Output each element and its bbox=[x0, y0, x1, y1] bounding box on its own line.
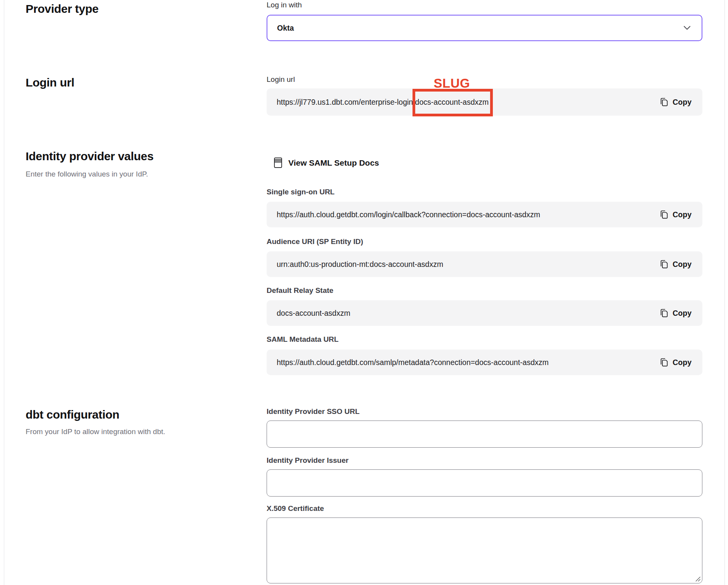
copy-icon bbox=[660, 308, 668, 318]
default-relay-state-field: docs-account-asdxzm Copy bbox=[267, 300, 702, 326]
login-url-heading: Login url bbox=[26, 76, 75, 89]
login-url-copy-button[interactable]: Copy bbox=[659, 95, 692, 109]
default-relay-state-value: docs-account-asdxzm bbox=[277, 309, 659, 318]
provider-type-heading: Provider type bbox=[26, 2, 99, 16]
copy-icon bbox=[660, 260, 668, 269]
sso-settings-panel: Provider type Log in with Okta Login url… bbox=[0, 0, 728, 585]
view-saml-setup-docs-label: View SAML Setup Docs bbox=[288, 158, 379, 168]
x509-certificate-textarea[interactable] bbox=[267, 518, 702, 583]
login-url-prefix: https://jl779.us1.dbt.com/enterprise-log… bbox=[277, 98, 415, 106]
x509-certificate-label: X.509 Certificate bbox=[267, 504, 324, 513]
copy-button-label: Copy bbox=[673, 98, 692, 107]
idp-issuer-input[interactable] bbox=[267, 469, 702, 497]
resize-handle-icon[interactable] bbox=[695, 576, 701, 582]
idp-sso-url-input[interactable] bbox=[267, 421, 702, 448]
book-icon bbox=[274, 158, 282, 168]
chevron-down-icon bbox=[683, 26, 691, 30]
copy-icon bbox=[660, 210, 668, 219]
default-relay-state-label: Default Relay State bbox=[267, 286, 333, 295]
dbt-configuration-heading: dbt configuration bbox=[26, 408, 120, 421]
copy-button-label: Copy bbox=[673, 210, 692, 219]
idp-issuer-label: Identity Provider Issuer bbox=[267, 456, 348, 465]
view-saml-setup-docs-link[interactable]: View SAML Setup Docs bbox=[274, 158, 379, 168]
audience-uri-value: urn:auth0:us-production-mt:docs-account-… bbox=[277, 260, 659, 269]
panel-right-border bbox=[725, 0, 725, 585]
identity-provider-values-subtitle: Enter the following values in your IdP. bbox=[26, 170, 148, 178]
default-relay-state-copy-button[interactable]: Copy bbox=[659, 306, 692, 320]
idp-sso-url-label: Identity Provider SSO URL bbox=[267, 407, 360, 416]
saml-metadata-url-value: https://auth.cloud.getdbt.com/samlp/meta… bbox=[277, 358, 659, 367]
login-url-slug: docs-account-asdxzm bbox=[415, 98, 489, 106]
saml-metadata-url-field: https://auth.cloud.getdbt.com/samlp/meta… bbox=[267, 350, 702, 375]
login-url-field-label: Login url bbox=[267, 75, 295, 84]
panel-left-border bbox=[4, 0, 4, 585]
identity-provider-values-heading: Identity provider values bbox=[26, 150, 154, 163]
sso-url-value: https://auth.cloud.getdbt.com/login/call… bbox=[277, 210, 659, 219]
copy-icon bbox=[660, 358, 668, 367]
audience-uri-field: urn:auth0:us-production-mt:docs-account-… bbox=[267, 251, 702, 277]
sso-url-field: https://auth.cloud.getdbt.com/login/call… bbox=[267, 202, 702, 227]
login-url-slug-wrap: docs-account-asdxzm SLUG bbox=[415, 98, 489, 107]
slug-annotation-label: SLUG bbox=[434, 76, 470, 91]
copy-button-label: Copy bbox=[673, 358, 692, 367]
login-with-label: Log in with bbox=[267, 1, 302, 9]
copy-button-label: Copy bbox=[673, 260, 692, 269]
audience-uri-label: Audience URI (SP Entity ID) bbox=[267, 237, 363, 246]
login-url-field: https://jl779.us1.dbt.com/enterprise-log… bbox=[267, 88, 702, 116]
login-url-value: https://jl779.us1.dbt.com/enterprise-log… bbox=[277, 98, 659, 107]
copy-button-label: Copy bbox=[673, 309, 692, 318]
x509-certificate-wrap bbox=[267, 518, 702, 583]
saml-metadata-url-copy-button[interactable]: Copy bbox=[659, 355, 692, 369]
audience-uri-copy-button[interactable]: Copy bbox=[659, 257, 692, 271]
sso-url-label: Single sign-on URL bbox=[267, 188, 335, 196]
provider-select-value: Okta bbox=[277, 24, 294, 33]
sso-url-copy-button[interactable]: Copy bbox=[659, 208, 692, 222]
provider-select[interactable]: Okta bbox=[267, 15, 702, 41]
copy-icon bbox=[660, 97, 668, 107]
saml-metadata-url-label: SAML Metadata URL bbox=[267, 335, 338, 344]
dbt-configuration-subtitle: From your IdP to allow integration with … bbox=[26, 428, 165, 436]
